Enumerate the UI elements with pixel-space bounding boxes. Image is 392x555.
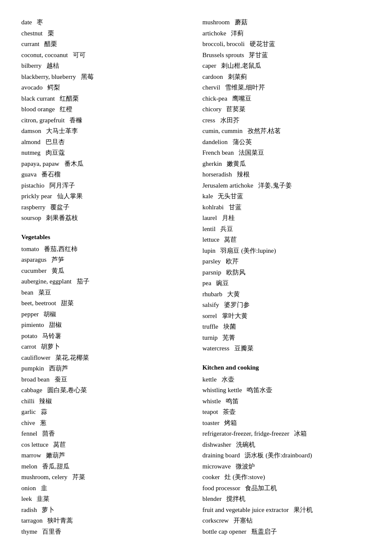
chinese-term: 大马士革李: [43, 127, 78, 134]
chinese-term: 芦笋: [48, 256, 64, 263]
chinese-term: 水田芥: [217, 117, 239, 124]
chinese-term: 茴香: [39, 430, 55, 437]
english-term: asparagus: [21, 256, 46, 263]
list-item: papaya, papaw 番木瓜: [21, 159, 190, 170]
chinese-term: 果汁机: [290, 506, 313, 513]
chinese-term: 芽甘蓝: [246, 52, 268, 58]
list-item: caper 刺山柑,老鼠瓜: [202, 61, 371, 72]
list-item: melon 香瓜,甜瓜: [21, 461, 190, 472]
english-term: bilberry: [21, 62, 41, 69]
list-item: broad bean 蚕豆: [21, 374, 190, 385]
english-term: cabbage: [21, 387, 42, 393]
chinese-term: 辣根: [233, 171, 250, 178]
english-term: draining board: [202, 452, 240, 459]
list-item: asparagus 芦笋: [21, 254, 190, 266]
list-item: horseradish 辣根: [202, 169, 371, 180]
chinese-term: 萝卜: [39, 506, 55, 513]
english-term: chicory: [202, 106, 222, 113]
list-item: cucumber 黄瓜: [21, 266, 190, 277]
chinese-term: 水壶: [218, 376, 234, 383]
chinese-term: 茶壶: [220, 408, 236, 415]
list-item: dishwasher 洗碗机: [202, 439, 371, 451]
english-term: horseradish: [202, 171, 232, 178]
english-term: broccoli, brocoli: [202, 40, 245, 47]
english-term: cos lettuce: [21, 441, 49, 448]
list-item: marrow 嫩葫芦: [21, 450, 190, 461]
list-item: mushroom 蘑菇: [202, 17, 371, 28]
english-term: currant: [21, 40, 39, 47]
left-column: date 枣chestnut 栗currant 醋栗coconut, cocoa…: [21, 17, 202, 537]
list-item: blackberry, blueberry 黑莓: [21, 72, 190, 83]
chinese-term: 洋蓟: [228, 30, 244, 37]
chinese-term: 越桔: [43, 62, 59, 69]
chinese-term: 微波炉: [233, 463, 255, 470]
list-item: whistling kettle 鸣笛水壶: [202, 385, 371, 396]
chinese-term: 圆白菜,卷心菜: [44, 387, 87, 393]
english-term: food processor: [202, 485, 240, 491]
chinese-term: 大黄: [224, 291, 240, 298]
chinese-term: 苣荬菜: [223, 106, 246, 113]
english-term: aubergine, eggplant: [21, 278, 72, 285]
english-term: blackberry, blueberry: [21, 73, 76, 80]
list-item: draining board 沥水板 (美作:drainboard): [202, 450, 371, 461]
list-item: pimiento 甜椒: [21, 320, 190, 331]
english-term: cardoon: [202, 73, 223, 80]
chinese-term: 法国菜豆: [236, 149, 265, 156]
chinese-term: 冰箱: [291, 430, 307, 437]
chinese-term: 菜豆: [35, 289, 51, 296]
english-term: black currant: [21, 95, 55, 102]
english-term: cress: [202, 117, 215, 124]
english-term: pistachio: [21, 182, 44, 189]
list-item: kohlrabi 甘蓝: [202, 202, 371, 213]
chinese-term: 洗碗机: [233, 441, 256, 448]
chinese-term: 番茄,西红柿: [41, 246, 78, 252]
english-term: broad bean: [21, 376, 49, 383]
list-item: carrot 胡萝卜: [21, 341, 190, 353]
list-item: dandelion 蒲公英: [202, 137, 371, 148]
list-item: date 枣: [21, 17, 190, 28]
english-term: whistling kettle: [202, 387, 242, 393]
list-item: thyme 百里香: [21, 526, 190, 538]
list-item: lentil 兵豆: [202, 224, 371, 235]
list-item: kale 无头甘蓝: [202, 191, 371, 202]
chinese-term: 红橙: [57, 106, 73, 113]
list-item: bottle cap opener 瓶盖启子: [202, 526, 371, 538]
english-term: refrigerator-freezer, fridge-freezer: [202, 430, 289, 437]
english-term: artichoke: [202, 30, 226, 37]
list-item: lupin 羽扇豆 (美作:lupine): [202, 246, 371, 257]
list-item: pepper 胡椒: [21, 309, 190, 320]
chinese-term: 甜椒: [46, 321, 62, 328]
list-item: fruit and vegetable juice extractor 果汁机: [202, 505, 371, 516]
chinese-term: 百里香: [39, 528, 62, 535]
chinese-term: 硬花甘蓝: [246, 40, 275, 47]
english-term: watercress: [202, 345, 229, 352]
english-term: nutmeg: [21, 149, 40, 156]
list-item: prickly pear 仙人掌果: [21, 191, 190, 202]
list-item: soursop 刺果番荔枝: [21, 213, 190, 224]
list-item: damson 大马士革李: [21, 126, 190, 137]
list-item: chicory 苣荬菜: [202, 104, 371, 115]
list-item: microwave 微波炉: [202, 461, 371, 472]
main-columns: date 枣chestnut 栗currant 醋栗coconut, cocoa…: [21, 17, 371, 537]
list-item: avocado 鳄梨: [21, 82, 190, 93]
chinese-term: 雪维菜,细叶芹: [222, 84, 265, 91]
chinese-term: 葱: [37, 419, 46, 426]
list-item: French bean 法国菜豆: [202, 147, 371, 159]
chinese-term: 胡萝卜: [38, 343, 61, 350]
list-item: laurel 月桂: [202, 213, 371, 224]
chinese-term: 蒲公英: [229, 139, 252, 145]
chinese-term: 豌豆: [213, 280, 229, 286]
chinese-term: 韭菜: [34, 495, 50, 502]
chinese-term: 孜然芹,枯茗: [244, 127, 281, 134]
chinese-term: 西葫芦: [46, 365, 68, 372]
english-term: cumin, cummin: [202, 127, 242, 134]
list-item: tarragon 狭叶青蒿: [21, 515, 190, 526]
chinese-term: 番石榴: [38, 171, 61, 178]
chinese-term: 莴苣: [221, 236, 237, 243]
chinese-term: 欧防风: [223, 269, 245, 276]
chinese-term: 黑莓: [78, 73, 94, 80]
chinese-term: 芜菁: [219, 334, 236, 341]
english-term: chive: [21, 419, 35, 426]
english-term: Brussels sprouts: [202, 52, 244, 58]
english-term: blood orange: [21, 106, 55, 113]
